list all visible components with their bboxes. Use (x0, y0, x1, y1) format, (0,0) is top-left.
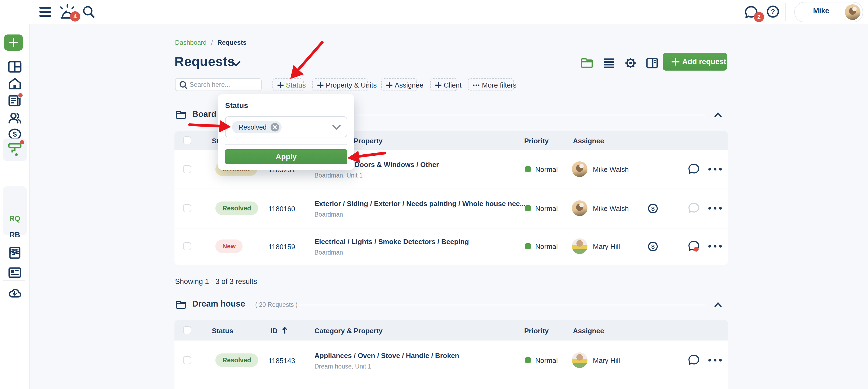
row-checkbox[interactable] (183, 165, 191, 173)
status-badge: Resolved (215, 354, 258, 367)
col-priority[interactable]: Priority (524, 327, 549, 335)
priority-indicator (525, 357, 531, 363)
popup-divider (225, 144, 347, 145)
col-priority[interactable]: Priority (524, 137, 549, 145)
priority-indicator (525, 205, 531, 211)
chat-icon-disabled[interactable] (688, 203, 700, 214)
assignee-name: Mike Walsh (593, 205, 629, 213)
col-category[interactable]: Category & Property (314, 327, 382, 335)
columns-panel-icon[interactable] (646, 57, 658, 69)
sidebar-shortcut-group: RQ RB RE (3, 186, 27, 235)
chat-icon[interactable] (688, 355, 700, 366)
request-id: 1180159 (269, 243, 295, 251)
list-view-icon[interactable] (602, 57, 616, 69)
page-title-chevron-icon[interactable] (231, 61, 241, 67)
row-checkbox[interactable] (183, 242, 191, 250)
row-more-icon[interactable] (708, 359, 723, 362)
sidebar-requests-item-active[interactable] (3, 139, 27, 161)
sidebar: $ RQ RB RE (0, 24, 30, 389)
assignee-avatar (572, 238, 587, 254)
assignee-name: Mary Hill (593, 242, 620, 251)
row-checkbox[interactable] (183, 204, 191, 212)
svg-text:$: $ (13, 130, 17, 138)
sidebar-report-icon[interactable] (8, 247, 22, 259)
sidebar-dashboard-icon[interactable] (8, 61, 22, 73)
remove-status-icon[interactable] (271, 123, 279, 131)
request-category: Electrical / Lights / Smoke Detectors / … (314, 238, 469, 246)
alarm-badge: 4 (70, 11, 80, 22)
apply-button[interactable]: Apply (225, 149, 347, 164)
request-row[interactable]: Resolved 1180160 Exterior / Siding / Ext… (175, 188, 728, 228)
messages-badge: 2 (754, 12, 764, 22)
sidebar-home-icon[interactable] (8, 78, 22, 89)
table-header-row: Status ID Category & Property Priority A… (175, 320, 728, 340)
request-id: 1180160 (269, 205, 295, 213)
section-request-count: ( 20 Requests ) (255, 301, 298, 308)
row-more-icon[interactable] (708, 245, 723, 248)
filter-assignee-button[interactable]: Assignee (381, 78, 417, 91)
filter-property-button[interactable]: Property & Units (312, 78, 368, 91)
sidebar-cloud-download-icon[interactable] (8, 287, 22, 299)
annotation-arrow-resolved-chip (190, 125, 220, 126)
sort-ascending-icon[interactable] (282, 327, 287, 334)
section-folder-icon (176, 110, 186, 119)
user-name: Mike (813, 7, 829, 15)
sidebar-add-button[interactable] (4, 34, 23, 51)
top-bar: 4 2 ? Mike (0, 0, 868, 24)
filter-client-button[interactable]: Client (430, 78, 457, 91)
sidebar-shortcut-rb[interactable]: RB (3, 231, 27, 239)
section-board-title[interactable]: Board (192, 109, 216, 119)
row-more-icon[interactable] (708, 168, 723, 171)
request-location: Boardman, Unit 1 (314, 172, 363, 179)
dreamhouse-requests-table: Status ID Category & Property Priority A… (175, 320, 728, 389)
col-id[interactable]: ID (271, 327, 278, 335)
breadcrumb: Dashboard / Requests (175, 39, 246, 46)
section-divider-line (299, 305, 705, 305)
money-icon[interactable]: $ (648, 241, 658, 251)
page-title: Requests (175, 54, 235, 69)
search-icon[interactable] (82, 5, 95, 18)
user-avatar (845, 4, 861, 20)
section-collapse-icon[interactable] (714, 302, 722, 307)
chat-icon-unread[interactable] (688, 241, 700, 252)
col-assignee[interactable]: Assignee (573, 137, 604, 145)
request-row[interactable]: Resolved 1185143 Appliances / Oven / Sto… (175, 340, 728, 380)
annotation-arrow-status (297, 42, 322, 71)
chat-icon[interactable] (688, 163, 700, 175)
priority-label: Normal (535, 242, 558, 251)
filter-status-button[interactable]: Status (273, 78, 304, 91)
assignee-avatar (572, 161, 587, 177)
group-view-icon[interactable] (581, 57, 593, 69)
select-all-checkbox[interactable] (183, 136, 191, 144)
status-badge: New (215, 239, 243, 253)
section-dreamhouse-title[interactable]: Dream house (192, 299, 245, 309)
add-request-button[interactable]: Add request (663, 53, 727, 70)
settings-gear-icon[interactable] (624, 57, 637, 69)
col-assignee[interactable]: Assignee (573, 327, 604, 335)
request-row[interactable]: New 1180159 Electrical / Lights / Smoke … (175, 228, 728, 265)
hamburger-menu-icon[interactable] (39, 7, 51, 17)
filter-client-label: Client (444, 81, 461, 89)
money-icon[interactable]: $ (648, 203, 658, 214)
assignee-avatar (572, 352, 587, 368)
user-menu[interactable]: Mike (794, 2, 863, 22)
sidebar-shortcut-rq[interactable]: RQ (3, 214, 27, 223)
row-checkbox[interactable] (183, 356, 191, 364)
status-select[interactable]: Resolved (225, 116, 347, 138)
sidebar-news-icon[interactable] (8, 95, 22, 107)
search-input[interactable] (190, 80, 258, 89)
assignee-avatar (572, 201, 587, 216)
row-more-icon[interactable] (708, 207, 723, 210)
breadcrumb-separator: / (208, 39, 216, 46)
requests-page: 4 2 ? Mike (0, 0, 868, 389)
sidebar-card-icon[interactable] (8, 267, 22, 278)
more-filters-button[interactable]: More filters (468, 78, 514, 91)
sidebar-people-icon[interactable] (8, 112, 22, 124)
request-category: Appliances / Oven / Stove / Handle / Bro… (314, 352, 459, 360)
select-all-checkbox[interactable] (183, 326, 191, 334)
help-icon[interactable]: ? (767, 5, 779, 18)
breadcrumb-dashboard-link[interactable]: Dashboard (175, 39, 207, 46)
col-status[interactable]: Status (212, 327, 233, 335)
section-collapse-icon[interactable] (714, 112, 722, 117)
request-location: Boardman (314, 211, 343, 218)
